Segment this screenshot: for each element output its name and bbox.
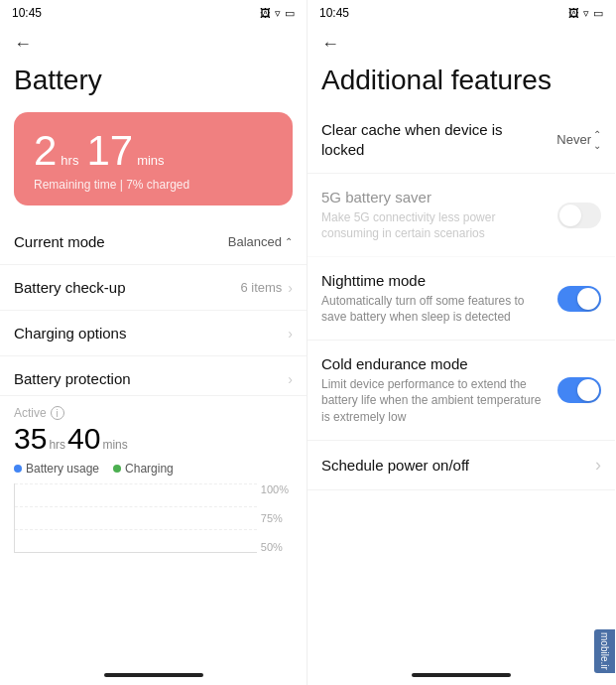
stat-hrs-unit: hrs bbox=[49, 438, 65, 452]
stat-hours: 35 bbox=[14, 422, 47, 456]
menu-item-battery-protection[interactable]: Battery protection › bbox=[0, 356, 307, 395]
battery-time: 2 hrs 17 mins bbox=[34, 130, 273, 172]
setting-nighttime-mode[interactable]: Nighttime mode Automatically turn off so… bbox=[308, 257, 615, 341]
clear-cache-value: Never bbox=[556, 132, 591, 147]
setting-title-5g-saver: 5G battery saver bbox=[321, 188, 548, 207]
toggle-cold-endurance[interactable] bbox=[557, 377, 601, 403]
menu-section: Current mode Balanced ⌃ Battery check-up… bbox=[0, 219, 307, 395]
menu-item-battery-checkup[interactable]: Battery check-up 6 items › bbox=[0, 265, 307, 311]
info-icon[interactable]: i bbox=[51, 406, 64, 420]
status-bar-left: 10:45 🖼 ▿ ▭ bbox=[0, 0, 307, 26]
stat-mins-unit: mins bbox=[102, 438, 127, 452]
time-left: 10:45 bbox=[12, 6, 42, 20]
chart-label-50: 50% bbox=[261, 541, 289, 553]
battery-hrs-unit: hrs bbox=[61, 153, 78, 168]
mode-value: Balanced ⌃ bbox=[228, 234, 293, 249]
stat-mins: 40 bbox=[67, 422, 100, 456]
setting-title-cold-endurance: Cold endurance mode bbox=[321, 354, 548, 374]
bottom-stats: Active i 35 hrs 40 mins Battery usage Ch… bbox=[0, 395, 307, 480]
page-title-left: Battery bbox=[0, 63, 307, 106]
menu-label-battery-protection: Battery protection bbox=[14, 370, 131, 387]
battery-icon-right: ▭ bbox=[593, 7, 603, 20]
chevron-checkup: › bbox=[288, 280, 293, 296]
battery-mins-unit: mins bbox=[137, 153, 164, 168]
page-title-right: Additional features bbox=[308, 63, 615, 106]
setting-subtitle-cold-endurance: Limit device performance to extend the b… bbox=[321, 376, 548, 426]
setting-title-nighttime: Nighttime mode bbox=[321, 271, 548, 291]
active-label: Active i bbox=[14, 406, 293, 420]
chart-line-75 bbox=[15, 506, 257, 507]
toggle-thumb-cold-endurance bbox=[577, 379, 599, 401]
battery-icon: ▭ bbox=[285, 7, 295, 20]
legend-battery-usage: Battery usage bbox=[14, 462, 99, 476]
toggle-5g-saver bbox=[557, 203, 601, 228]
menu-label-charging-options: Charging options bbox=[14, 325, 126, 342]
menu-item-current-mode[interactable]: Current mode Balanced ⌃ bbox=[0, 219, 307, 265]
wifi-icon: ▿ bbox=[275, 7, 281, 20]
battery-usage-dot bbox=[14, 465, 22, 473]
menu-label-battery-checkup: Battery check-up bbox=[14, 279, 126, 296]
setting-title-schedule-power: Schedule power on/off bbox=[321, 456, 585, 476]
setting-5g-saver: 5G battery saver Make 5G connectivity le… bbox=[308, 174, 615, 257]
chart-label-75: 75% bbox=[261, 512, 289, 524]
settings-list: Clear cache when device is locked Never … bbox=[308, 106, 615, 667]
menu-right-charging-options: › bbox=[288, 326, 293, 342]
legend-charging: Charging bbox=[113, 462, 174, 476]
menu-right-current-mode: Balanced ⌃ bbox=[228, 234, 293, 249]
battery-usage-label: Battery usage bbox=[26, 462, 99, 476]
status-icons-right: 🖼 ▿ ▭ bbox=[568, 7, 603, 20]
status-bar-right: 10:45 🖼 ▿ ▭ bbox=[308, 0, 615, 26]
bottom-bar-left bbox=[104, 673, 203, 677]
charging-dot bbox=[113, 465, 121, 473]
time-right: 10:45 bbox=[319, 6, 349, 20]
battery-hours: 2 bbox=[34, 130, 57, 172]
battery-remaining: Remaining time | 7% charged bbox=[34, 178, 273, 192]
back-button-left[interactable]: ← bbox=[0, 26, 307, 63]
battery-mins: 17 bbox=[86, 130, 133, 172]
status-icons-left: 🖼 ▿ ▭ bbox=[260, 7, 295, 20]
charging-label: Charging bbox=[125, 462, 174, 476]
active-text: Active bbox=[14, 406, 47, 420]
dropdown-arrow-clear-cache: ⌃⌄ bbox=[593, 129, 601, 151]
chevron-schedule-power: › bbox=[595, 455, 601, 476]
chart-line-100 bbox=[15, 483, 257, 484]
left-panel: 10:45 🖼 ▿ ▭ ← Battery 2 hrs 17 mins Rema… bbox=[0, 0, 308, 685]
legend-row: Battery usage Charging bbox=[14, 462, 293, 476]
toggle-nighttime[interactable] bbox=[557, 286, 601, 312]
setting-cold-endurance[interactable]: Cold endurance mode Limit device perform… bbox=[308, 341, 615, 441]
back-button-right[interactable]: ← bbox=[308, 26, 615, 63]
menu-right-battery-protection: › bbox=[288, 371, 293, 387]
setting-clear-cache[interactable]: Clear cache when device is locked Never … bbox=[308, 106, 615, 174]
toggle-thumb-nighttime bbox=[577, 288, 599, 310]
chevron-battery-protection: › bbox=[288, 371, 293, 387]
setting-subtitle-nighttime: Automatically turn off some features to … bbox=[321, 293, 548, 327]
menu-right-battery-checkup: 6 items › bbox=[240, 280, 293, 296]
setting-text-cold-endurance: Cold endurance mode Limit device perform… bbox=[321, 354, 548, 426]
time-display: 35 hrs 40 mins bbox=[14, 422, 293, 456]
setting-title-clear-cache: Clear cache when device is locked bbox=[321, 120, 547, 159]
chart-label-100: 100% bbox=[261, 483, 289, 495]
watermark: mobile.ir bbox=[594, 629, 615, 673]
setting-value-clear-cache[interactable]: Never ⌃⌄ bbox=[556, 129, 601, 151]
chart-line-50 bbox=[15, 529, 257, 530]
bottom-bar-right bbox=[412, 673, 511, 677]
setting-text-nighttime: Nighttime mode Automatically turn off so… bbox=[321, 271, 548, 326]
camera-icon: 🖼 bbox=[260, 7, 271, 19]
setting-text-clear-cache: Clear cache when device is locked bbox=[321, 120, 547, 159]
menu-item-charging-options[interactable]: Charging options › bbox=[0, 311, 307, 356]
right-panel: 10:45 🖼 ▿ ▭ ← Additional features Clear … bbox=[308, 0, 615, 685]
chart-area: 100% 75% 50% bbox=[0, 480, 307, 667]
battery-card: 2 hrs 17 mins Remaining time | 7% charge… bbox=[14, 112, 293, 206]
setting-text-5g-saver: 5G battery saver Make 5G connectivity le… bbox=[321, 188, 548, 242]
camera-icon-right: 🖼 bbox=[568, 7, 579, 19]
menu-label-current-mode: Current mode bbox=[14, 233, 105, 250]
setting-schedule-power[interactable]: Schedule power on/off › bbox=[308, 441, 615, 490]
setting-subtitle-5g-saver: Make 5G connectivity less power consumin… bbox=[321, 209, 548, 243]
checkup-count: 6 items bbox=[240, 280, 282, 295]
toggle-thumb-5g-saver bbox=[559, 205, 581, 226]
chevron-charging-options: › bbox=[288, 326, 293, 342]
setting-text-schedule-power: Schedule power on/off bbox=[321, 456, 585, 476]
wifi-icon-right: ▿ bbox=[583, 7, 589, 20]
